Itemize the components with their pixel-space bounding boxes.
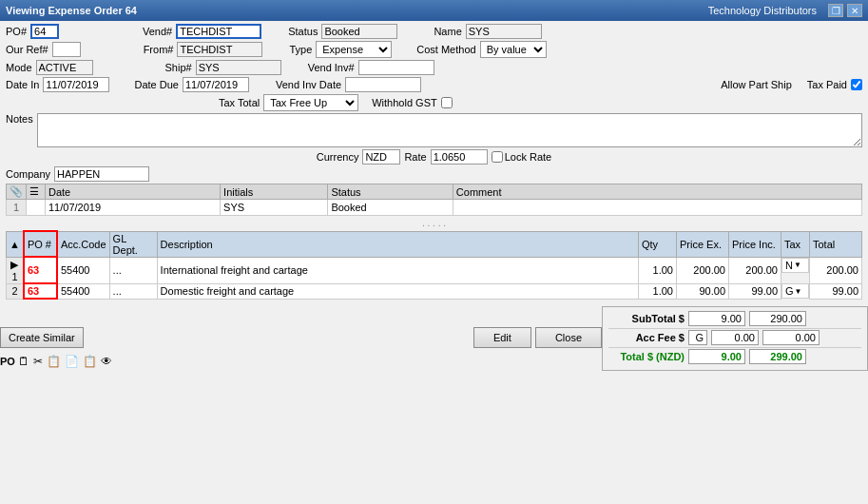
restore-button[interactable]: ❐ <box>828 4 843 17</box>
log-row-icon <box>27 200 46 216</box>
subtotal-row: SubTotal $ <box>608 311 861 326</box>
log-row-num: 1 <box>7 200 27 216</box>
date-due-label: Date Due <box>134 79 178 90</box>
form-row-3: Mode Ship# Vend Inv# <box>6 60 862 75</box>
date-due-field[interactable] <box>183 77 249 92</box>
withhold-gst-checkbox[interactable] <box>441 97 453 108</box>
items-row-2-gl: ... <box>109 283 157 299</box>
acc-fee-amount[interactable] <box>762 330 820 345</box>
acc-fee-tax[interactable] <box>711 330 759 345</box>
acc-fee-g[interactable] <box>688 330 707 345</box>
allow-part-ship-label: Allow Part Ship <box>721 79 792 90</box>
icon-btn-6[interactable]: 👁 <box>100 354 113 369</box>
close-button-bottom[interactable]: Close <box>535 327 602 348</box>
items-col-sort[interactable]: ▲ <box>7 231 24 257</box>
total-tax[interactable] <box>688 349 745 364</box>
icon-btn-4[interactable]: 📄 <box>64 354 80 369</box>
tax-paid-label: Tax Paid <box>807 79 847 90</box>
items-row-1-po[interactable]: 63 <box>24 257 57 283</box>
acc-fee-row: Acc Fee $ <box>608 330 861 345</box>
items-table-header: ▲ PO # Acc.Code GL Dept. Description Qty… <box>7 231 862 257</box>
items-col-total: Total <box>810 231 862 257</box>
mode-field <box>36 60 93 75</box>
items-row-2-total: 99.00 <box>810 283 862 299</box>
ship-field <box>196 60 281 75</box>
items-table: ▲ PO # Acc.Code GL Dept. Description Qty… <box>6 230 862 300</box>
close-button[interactable]: ✕ <box>847 4 862 17</box>
lock-rate-checkbox[interactable] <box>492 151 503 163</box>
icon-btn-3[interactable]: 📋 <box>46 354 62 369</box>
create-similar-button[interactable]: Create Similar <box>0 327 84 348</box>
bottom-section: Create Similar Edit Close PO 🗒 ✂ 📋 📄 📋 👁… <box>0 306 868 371</box>
po-field[interactable] <box>30 24 59 39</box>
items-row-1-price-ex: 200.00 <box>677 257 729 283</box>
lock-rate-wrapper: Lock Rate <box>492 151 552 163</box>
subtotal-amount[interactable] <box>749 311 806 326</box>
log-col-initials: Initials <box>221 184 328 200</box>
vend-inv-date-label: Vend Inv Date <box>276 79 341 90</box>
log-col-comment: Comment <box>453 184 861 200</box>
form-row-2: Our Ref# From# Type Expense Cost Method … <box>6 41 862 58</box>
log-row-date: 11/07/2019 <box>46 200 221 216</box>
status-label: Status <box>288 26 318 37</box>
our-ref-field[interactable] <box>52 42 81 57</box>
log-row-status: Booked <box>328 200 453 216</box>
currency-field[interactable] <box>362 149 400 165</box>
items-row-1-tax: N▼ <box>781 258 809 273</box>
name-field <box>466 24 542 39</box>
notes-label: Notes <box>6 113 33 125</box>
company-field[interactable] <box>54 166 149 182</box>
company-label: Company <box>6 168 50 180</box>
total-label: Total $ (NZD) <box>608 351 685 362</box>
totals-panel: SubTotal $ Acc Fee $ Total $ (NZD) <box>602 306 868 371</box>
vend-field[interactable] <box>176 24 261 39</box>
log-col-clip: 📎 <box>7 184 27 200</box>
items-col-qty: Qty <box>639 231 677 257</box>
currency-label: Currency <box>317 151 359 163</box>
log-col-status: Status <box>328 184 453 200</box>
log-col-icon: ☰ <box>27 184 46 200</box>
log-row-comment[interactable] <box>453 200 861 216</box>
items-row-2: 2 63 55400 ... Domestic freight and cart… <box>7 283 862 299</box>
items-col-price-inc: Price Inc. <box>729 231 781 257</box>
edit-button[interactable]: Edit <box>473 327 531 348</box>
items-col-price-ex: Price Ex. <box>677 231 729 257</box>
icon-btn-1[interactable]: 🗒 <box>17 354 30 369</box>
cost-method-select[interactable]: By value <box>480 41 547 58</box>
tax-total-label: Tax Total <box>219 97 260 108</box>
items-row-2-qty: 1.00 <box>639 283 677 299</box>
items-row-2-price-inc: 99.00 <box>729 283 781 299</box>
bottom-icon-bar: PO 🗒 ✂ 📋 📄 📋 👁 <box>0 352 602 371</box>
total-amount[interactable] <box>749 349 806 364</box>
log-table-header: 📎 ☰ Date Initials Status Comment <box>7 184 862 200</box>
toolbar-bottom: Create Similar Edit Close <box>0 323 602 352</box>
items-row-1-qty: 1.00 <box>639 257 677 283</box>
form-row-5: Tax Total Tax Free Up Withhold GST <box>6 94 862 111</box>
tax-paid-checkbox[interactable] <box>851 79 862 90</box>
name-label: Name <box>434 26 461 37</box>
items-row-2-desc: Domestic freight and cartage <box>157 283 638 299</box>
tax-total-select[interactable]: Tax Free Up <box>263 94 358 111</box>
status-field <box>321 24 397 39</box>
icon-btn-5[interactable]: 📋 <box>82 354 98 369</box>
type-select[interactable]: Expense <box>316 41 392 58</box>
items-row-2-price-ex: 90.00 <box>677 283 729 299</box>
notes-textarea[interactable] <box>37 113 862 147</box>
vend-inv-date-field[interactable] <box>345 77 421 92</box>
vend-inv-field[interactable] <box>358 60 434 75</box>
rate-field[interactable] <box>431 149 488 165</box>
vend-inv-label: Vend Inv# <box>308 62 355 73</box>
items-row-2-acc: 55400 <box>57 283 109 299</box>
bottom-left: Create Similar Edit Close PO 🗒 ✂ 📋 📄 📋 👁 <box>0 306 602 371</box>
icon-btn-2[interactable]: ✂ <box>32 354 44 369</box>
log-table-row: 1 11/07/2019 SYS Booked <box>7 200 862 216</box>
type-label: Type <box>289 44 312 55</box>
from-label: From# <box>144 44 174 55</box>
subtotal-tax[interactable] <box>688 311 745 326</box>
form-area: PO# Vend# Status Name Our Ref# From# Typ… <box>0 21 868 304</box>
items-row-2-po[interactable]: 63 <box>24 283 57 299</box>
log-table: 📎 ☰ Date Initials Status Comment 1 11/07… <box>6 184 862 216</box>
date-in-field[interactable] <box>43 77 109 92</box>
title-bar: Viewing Expense Order 64 Technology Dist… <box>0 0 868 21</box>
items-col-desc: Description <box>157 231 638 257</box>
